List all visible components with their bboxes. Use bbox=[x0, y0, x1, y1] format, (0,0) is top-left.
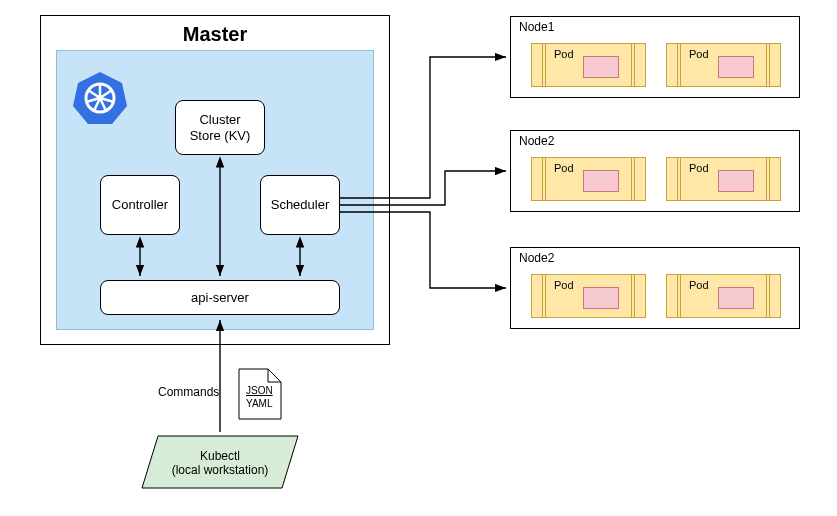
cluster-store-box: Cluster Store (KV) bbox=[175, 100, 265, 155]
node-3-pod-1: Pod bbox=[531, 274, 646, 318]
controller-box: Controller bbox=[100, 175, 180, 235]
node-3-title: Node2 bbox=[519, 251, 554, 265]
node-1-title: Node1 bbox=[519, 20, 554, 34]
file-label-yaml: YAML bbox=[246, 398, 273, 409]
file-label-json: JSON bbox=[246, 385, 273, 396]
api-server-box: api-server bbox=[100, 280, 340, 315]
node-2: Node2 Pod Pod bbox=[510, 130, 800, 212]
cluster-store-label: Cluster Store (KV) bbox=[190, 112, 251, 143]
node-3: Node2 Pod Pod bbox=[510, 247, 800, 329]
kubectl-label: Kubectl (local workstation) bbox=[172, 449, 269, 477]
kubectl-box: Kubectl (local workstation) bbox=[140, 435, 300, 494]
node-2-title: Node2 bbox=[519, 134, 554, 148]
node-2-pod-2: Pod bbox=[666, 157, 781, 201]
architecture-diagram: Master Cluster Store (KV) Controller bbox=[0, 0, 837, 516]
node-1-pod-2: Pod bbox=[666, 43, 781, 87]
commands-label: Commands bbox=[158, 385, 219, 399]
controller-label: Controller bbox=[112, 197, 168, 213]
master-title: Master bbox=[183, 22, 247, 46]
node-3-pod-2: Pod bbox=[666, 274, 781, 318]
config-file-icon: JSON YAML bbox=[238, 368, 282, 424]
node-1: Node1 Pod Pod bbox=[510, 16, 800, 98]
scheduler-box: Scheduler bbox=[260, 175, 340, 235]
kubernetes-icon bbox=[72, 70, 128, 130]
node-1-pod-1: Pod bbox=[531, 43, 646, 87]
node-2-pod-1: Pod bbox=[531, 157, 646, 201]
scheduler-label: Scheduler bbox=[271, 197, 330, 213]
api-server-label: api-server bbox=[191, 290, 249, 306]
